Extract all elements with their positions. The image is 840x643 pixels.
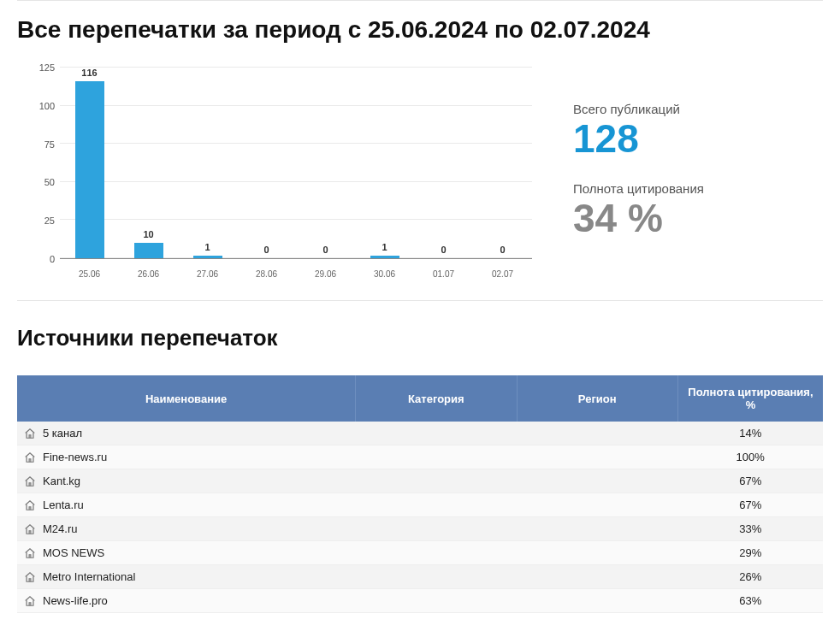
chart-bar-col: 0 xyxy=(296,68,355,258)
col-header-region[interactable]: Регион xyxy=(517,375,677,422)
col-header-category[interactable]: Категория xyxy=(356,375,517,422)
table-row[interactable]: MOS NEWS29% xyxy=(17,541,823,565)
sources-table: Наименование Категория Регион Полнота ци… xyxy=(17,375,823,613)
source-pct: 67% xyxy=(677,469,823,493)
source-category xyxy=(356,445,517,469)
chart-bar-col: 116 xyxy=(60,68,119,258)
chart-bar-value-label: 0 xyxy=(500,245,505,255)
chart-x-tick: 28.06 xyxy=(237,264,296,285)
table-row[interactable]: Fine-news.ru100% xyxy=(17,445,823,469)
chart-x-tick: 25.06 xyxy=(60,264,119,285)
chart-bar xyxy=(193,256,222,258)
chart-bar-col: 10 xyxy=(119,68,178,258)
chart-bar-value-label: 116 xyxy=(81,68,97,78)
source-icon xyxy=(24,547,36,559)
source-category xyxy=(356,422,517,445)
source-icon xyxy=(24,451,36,463)
chart-bar-value-label: 0 xyxy=(263,245,269,255)
col-header-pct[interactable]: Полнота цитирования, % xyxy=(677,375,823,422)
source-icon xyxy=(24,428,36,439)
source-name: M24.ru xyxy=(43,522,77,535)
source-category xyxy=(356,589,517,613)
source-region xyxy=(517,469,677,493)
chart-x-tick: 29.06 xyxy=(296,264,355,285)
source-icon xyxy=(24,595,36,607)
source-pct: 33% xyxy=(677,517,823,541)
chart-y-tick: 25 xyxy=(17,215,55,226)
table-row[interactable]: News-life.pro63% xyxy=(17,589,823,613)
total-publications-stat: Всего публикаций 128 xyxy=(573,102,823,159)
source-icon xyxy=(24,499,36,511)
source-name: Metro International xyxy=(43,570,135,583)
table-row[interactable]: Metro International26% xyxy=(17,565,823,589)
chart-y-tick: 0 xyxy=(17,254,55,264)
citation-fullness-value: 34 % xyxy=(573,198,823,239)
page-title: Все перепечатки за период с 25.06.2024 п… xyxy=(17,16,823,44)
chart-x-tick: 01.07 xyxy=(414,264,473,285)
total-publications-caption: Всего публикаций xyxy=(573,102,823,116)
chart-bar-col: 1 xyxy=(355,68,414,258)
source-category xyxy=(356,469,517,493)
chart-bar-value-label: 0 xyxy=(441,245,446,255)
chart-x-tick: 26.06 xyxy=(119,264,178,285)
chart-bar xyxy=(75,81,104,258)
source-name: Kant.kg xyxy=(43,475,80,487)
reprints-chart: 11610100100 25.0626.0627.0628.0629.0630.… xyxy=(17,59,539,285)
source-name: MOS NEWS xyxy=(43,546,104,559)
source-region xyxy=(517,541,677,565)
table-row[interactable]: 5 канал14% xyxy=(17,422,823,445)
table-row[interactable]: Lenta.ru67% xyxy=(17,493,823,517)
chart-y-tick: 125 xyxy=(17,62,55,73)
source-region xyxy=(517,493,677,517)
source-region xyxy=(517,589,677,613)
chart-bar-value-label: 1 xyxy=(382,242,387,252)
chart-x-tick: 27.06 xyxy=(178,264,237,285)
sources-section-title: Источники перепечаток xyxy=(17,325,823,351)
source-category xyxy=(356,517,517,541)
source-icon xyxy=(24,475,36,487)
chart-y-tick: 100 xyxy=(17,101,55,111)
chart-bar xyxy=(134,243,163,258)
source-icon xyxy=(24,571,36,583)
source-pct: 14% xyxy=(677,422,823,445)
source-pct: 67% xyxy=(677,493,823,517)
chart-bar-value-label: 0 xyxy=(322,245,328,255)
source-pct: 29% xyxy=(677,541,823,565)
table-row[interactable]: Kant.kg67% xyxy=(17,469,823,493)
source-category xyxy=(356,541,517,565)
chart-bar-col: 1 xyxy=(178,68,237,258)
citation-fullness-stat: Полнота цитирования 34 % xyxy=(573,181,823,239)
source-name: Lenta.ru xyxy=(43,498,84,511)
chart-bar xyxy=(370,256,399,258)
source-region xyxy=(517,422,677,445)
chart-bar-col: 0 xyxy=(414,68,473,258)
chart-x-tick: 30.06 xyxy=(355,264,414,285)
source-name: 5 канал xyxy=(43,427,82,439)
source-name: News-life.pro xyxy=(43,594,108,607)
col-header-name[interactable]: Наименование xyxy=(17,375,356,422)
citation-fullness-caption: Полнота цитирования xyxy=(573,181,823,196)
source-pct: 26% xyxy=(677,565,823,589)
chart-y-tick: 75 xyxy=(17,139,55,150)
source-region xyxy=(517,565,677,589)
source-pct: 100% xyxy=(677,445,823,469)
source-name: Fine-news.ru xyxy=(43,451,107,463)
source-pct: 63% xyxy=(677,589,823,613)
total-publications-value: 128 xyxy=(573,118,823,159)
chart-bar-col: 0 xyxy=(237,68,296,258)
source-category xyxy=(356,493,517,517)
chart-bar-value-label: 1 xyxy=(204,242,210,252)
chart-bar-value-label: 10 xyxy=(143,229,153,239)
chart-y-tick: 50 xyxy=(17,177,55,187)
source-icon xyxy=(24,523,36,535)
source-region xyxy=(517,517,677,541)
source-region xyxy=(517,445,677,469)
chart-x-tick: 02.07 xyxy=(473,264,532,285)
source-category xyxy=(356,565,517,589)
chart-bar-col: 0 xyxy=(473,68,532,258)
table-row[interactable]: M24.ru33% xyxy=(17,517,823,541)
